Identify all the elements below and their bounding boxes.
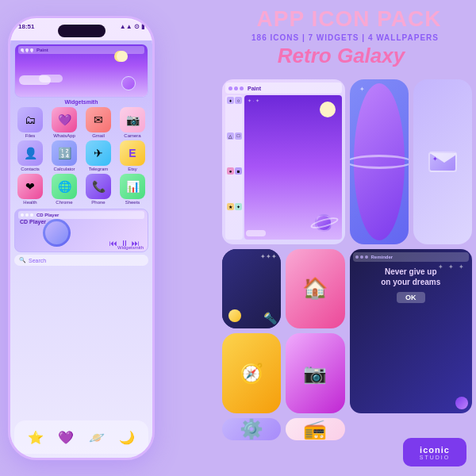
app-camera[interactable]: 📷 Camera bbox=[117, 107, 148, 138]
telegram-icon[interactable]: ✈ bbox=[86, 140, 111, 166]
calculator-icon[interactable]: 🔢 bbox=[52, 140, 77, 166]
search-label: Search bbox=[29, 258, 46, 263]
iconic-studio-badge: iconic STUDIO bbox=[403, 438, 466, 466]
app-contacts[interactable]: 👤 Contacts bbox=[14, 140, 46, 171]
dock-moon[interactable]: 🌙 bbox=[115, 425, 139, 449]
reminder-label: Reminder bbox=[371, 255, 393, 259]
app-telegram[interactable]: ✈ Telegram bbox=[83, 140, 114, 171]
phone-body: 18:51 ▲▲ ⊙ ▮ Paint ✦ ✦ ✦ Widgetsmith bbox=[8, 16, 155, 460]
time: 18:51 bbox=[18, 23, 34, 30]
page-title: APP ICON PACK bbox=[230, 6, 468, 32]
reminder-planet bbox=[455, 397, 468, 409]
telegram-label: Telegram bbox=[89, 167, 109, 171]
radio-icon[interactable]: 📻 bbox=[286, 418, 344, 440]
paint-window-label: Paint bbox=[248, 86, 261, 91]
cd-moon bbox=[43, 219, 71, 247]
chrome-icon[interactable]: 🌐 bbox=[52, 174, 77, 199]
camera-icon[interactable]: 📷 bbox=[120, 107, 145, 132]
envelope-icon[interactable]: ✦ bbox=[413, 79, 472, 244]
space-texture-icon[interactable]: ✦✦✦ 🔦 bbox=[222, 249, 281, 329]
etsy-icon[interactable]: E bbox=[120, 140, 145, 166]
cd-player-label: CD Player bbox=[36, 213, 59, 217]
health-icon[interactable]: ❤ bbox=[17, 174, 43, 199]
phone-label: Phone bbox=[91, 200, 105, 205]
planet-icon[interactable]: ✦ bbox=[350, 79, 409, 244]
icons-showcase: Paint ♦○ △□ ● ■ ★ ✦ ✦ · ✦ ✦✦✦ 🔦 bbox=[222, 79, 472, 440]
gmail-icon[interactable]: ✉ bbox=[86, 107, 111, 132]
app-calculator[interactable]: 🔢 Calculator bbox=[48, 140, 80, 171]
reminder-window: Reminder ✦ ✦ ✦ Never give upon your drea… bbox=[350, 249, 473, 414]
search-icon: 🔍 bbox=[19, 257, 26, 263]
phone-icon[interactable]: 📞 bbox=[86, 174, 111, 199]
iconic-text: iconic bbox=[420, 445, 450, 455]
search-bar[interactable]: 🔍 Search bbox=[14, 255, 148, 266]
brand-name: Retro Galaxy bbox=[214, 44, 468, 68]
app-whatsapp[interactable]: 💜 WhatsApp bbox=[48, 107, 80, 138]
calculator-label: Calculator bbox=[53, 167, 75, 171]
health-label: Health bbox=[23, 200, 36, 205]
signal-icons: ▲▲ ⊙ ▮ bbox=[120, 23, 144, 30]
app-phone[interactable]: 📞 Phone bbox=[83, 174, 114, 205]
phone-dock: ⭐ 💜 🪐 🌙 bbox=[14, 420, 148, 454]
widgetsmith-label: Widgetsmith bbox=[14, 99, 148, 105]
reminder-ok-button[interactable]: OK bbox=[397, 292, 425, 303]
status-bar: 18:51 ▲▲ ⊙ ▮ bbox=[18, 23, 144, 30]
app-chrome[interactable]: 🌐 Chrome bbox=[48, 174, 80, 205]
app-files[interactable]: 🗂 Files bbox=[14, 107, 46, 138]
whatsapp-label: WhatsApp bbox=[53, 133, 75, 138]
widgetsmith-widget: Paint ✦ ✦ ✦ bbox=[14, 44, 148, 98]
camera-label: Camera bbox=[124, 133, 140, 138]
cd-bottom-label: Widgetsmith bbox=[117, 245, 144, 250]
home-icon[interactable]: 🏠 bbox=[286, 249, 344, 329]
paint-label-widget: Paint bbox=[36, 48, 48, 52]
app-gmail[interactable]: ✉ Gmail bbox=[83, 107, 114, 138]
gmail-label: Gmail bbox=[92, 133, 105, 138]
app-health[interactable]: ❤ Health bbox=[14, 174, 46, 205]
camera-large-icon[interactable]: 📷 bbox=[286, 333, 344, 413]
sheets-label: Sheets bbox=[125, 200, 140, 205]
subtitle: 186 ICONS | 7 WIDGETS | 4 WALLPAPERS bbox=[222, 33, 468, 42]
app-etsy[interactable]: E Etsy bbox=[117, 140, 148, 171]
compass-icon[interactable]: 🧭 bbox=[222, 333, 281, 413]
dock-planet[interactable]: 🪐 bbox=[85, 425, 109, 449]
etsy-label: Etsy bbox=[128, 167, 137, 171]
paint-window: Paint ♦○ △□ ● ■ ★ ✦ ✦ · ✦ bbox=[222, 79, 345, 244]
files-icon[interactable]: 🗂 bbox=[17, 107, 43, 132]
chrome-label: Chrome bbox=[56, 200, 72, 205]
whatsapp-icon[interactable]: 💜 bbox=[52, 107, 77, 132]
app-grid: 🗂 Files 💜 WhatsApp ✉ Gmail 📷 Camera 👤 bbox=[10, 106, 152, 206]
files-label: Files bbox=[25, 133, 36, 138]
contacts-label: Contacts bbox=[21, 167, 40, 171]
dock-heart[interactable]: 💜 bbox=[54, 425, 78, 449]
reminder-stars: ✦ ✦ ✦ bbox=[438, 263, 466, 271]
phone-mockup: 18:51 ▲▲ ⊙ ▮ Paint ✦ ✦ ✦ Widgetsmith bbox=[8, 16, 163, 464]
app-sheets[interactable]: 📊 Sheets bbox=[117, 174, 148, 205]
dock-star[interactable]: ⭐ bbox=[24, 425, 48, 449]
cd-player-widget: CD Player ⏮⏸⏭ CD Player Widgetsmith bbox=[14, 209, 148, 252]
sheets-icon[interactable]: 📊 bbox=[120, 174, 145, 199]
contacts-icon[interactable]: 👤 bbox=[17, 140, 43, 166]
phone-screen: Paint ✦ ✦ ✦ Widgetsmith 🗂 Files 💜 WhatsA… bbox=[10, 40, 152, 458]
studio-text: STUDIO bbox=[420, 455, 450, 460]
gear-icon[interactable]: ⚙️ bbox=[222, 418, 281, 440]
